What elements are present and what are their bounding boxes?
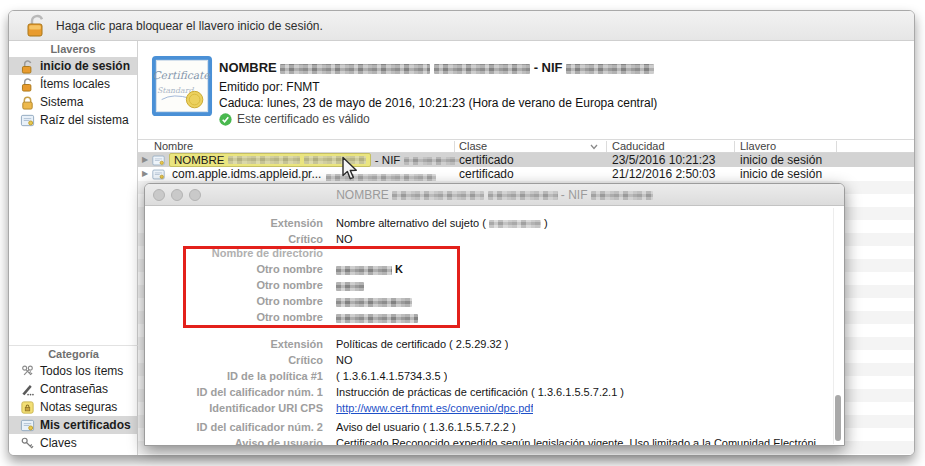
table-row[interactable]: ▶ NOMBRE - NIF certificado 23/5/2016 10:…	[138, 153, 915, 167]
column-header-caducidad[interactable]: Caducidad	[612, 140, 665, 153]
sidebar-item-label: inicio de sesión	[40, 59, 130, 73]
unlocked-padlock-icon	[20, 77, 35, 92]
sidebar-item-inicio-de-sesion[interactable]: inicio de sesión	[9, 57, 137, 75]
detail-row-qualifier-2: ID del calificador núm. 2 Aviso del usua…	[153, 419, 823, 435]
sidebar-item-mis-certificados[interactable]: Mis certificados	[9, 416, 138, 434]
certificate-icon	[20, 113, 35, 128]
red-annotation-box	[183, 246, 460, 328]
certificate-icon	[152, 169, 165, 180]
sidebar-item-label: Raíz del sistema	[40, 113, 129, 127]
redacted-name	[392, 191, 484, 200]
secure-note-icon	[20, 400, 35, 415]
sidebar-item-sistema[interactable]: Sistema	[9, 93, 137, 111]
row-name-prefix: com.apple.idms.appleid.pr...	[172, 167, 321, 181]
detail-row-aviso: Aviso de usuario Certificado Reconocido …	[153, 435, 823, 446]
sidebar-item-label: Contraseñas	[40, 382, 108, 396]
row-caducidad: 23/5/2016 10:21:23	[612, 153, 715, 167]
detail-row-critico: Crítico NO	[153, 352, 823, 368]
column-header-clase[interactable]: Clase	[459, 140, 487, 153]
category-header: Categoría	[9, 346, 138, 362]
scrollbar-thumb[interactable]	[835, 395, 841, 441]
mouse-cursor-icon	[338, 156, 360, 182]
validity-text: Este certificado es válido	[237, 112, 370, 126]
sidebar-item-label: Ítems locales	[40, 77, 110, 91]
sidebar-item-claves[interactable]: Claves	[9, 434, 138, 452]
sidebar-item-label: Notas seguras	[40, 400, 117, 414]
lock-banner-text: Haga clic para bloquear el llavero inici…	[56, 19, 323, 33]
validity-line: Este certificado es válido	[219, 112, 370, 126]
unlocked-padlock-icon	[20, 59, 35, 74]
issued-by-line: Emitido por: FNMT	[219, 80, 320, 94]
detail-row-qualifier-1: ID del calificador núm. 1 Instrucción de…	[153, 384, 823, 400]
certificate-icon	[152, 155, 165, 166]
sidebar-item-todos-los-items[interactable]: Todos los ítems	[9, 362, 138, 380]
redacted-text	[489, 220, 541, 228]
key-icon	[20, 436, 35, 451]
sidebar-item-label: Mis certificados	[40, 418, 131, 432]
detail-row-extension: Extensión Políticas de certificado ( 2.5…	[153, 336, 823, 352]
row-clase: certificado	[459, 167, 514, 181]
redacted-name	[488, 191, 558, 200]
column-header-llavero[interactable]: Llavero	[740, 140, 776, 153]
row-name-prefix: NOMBRE	[174, 153, 224, 167]
row-caducidad: 21/12/2016 2:50:03	[612, 167, 715, 181]
sidebar-item-label: Claves	[40, 436, 77, 450]
row-clase: certificado	[459, 153, 514, 167]
keychains-header: Llaveros	[9, 41, 137, 57]
certificate-icon	[20, 454, 35, 457]
disclosure-triangle-icon[interactable]: ▶	[142, 167, 148, 181]
sidebar-item-raiz-del-sistema[interactable]: Raíz del sistema	[9, 111, 137, 129]
row-llavero: inicio de sesión	[740, 167, 822, 181]
keys-icon	[20, 364, 35, 379]
category-pane: Categoría Todos los ítems	[9, 345, 138, 456]
certificate-title: NOMBRE - NIF	[219, 60, 654, 75]
detail-row-policy-id: ID de la política #1 ( 1.3.6.1.4.1.5734.…	[153, 368, 823, 384]
redacted-name	[228, 156, 300, 164]
certificate-details-dialog: NOMBRE - NIF Extensión Nombre alternativ…	[144, 183, 845, 446]
certificate-badge-icon: Certificate Standard	[151, 55, 213, 117]
dialog-title: NOMBRE - NIF	[145, 188, 844, 202]
redacted-name	[434, 64, 530, 74]
sidebar-item-contrasenas[interactable]: Contraseñas	[9, 380, 138, 398]
row-llavero: inicio de sesión	[740, 153, 822, 167]
cps-link[interactable]: http://www.cert.fnmt.es/convenio/dpc.pdf	[336, 402, 533, 414]
redacted-nif	[404, 157, 459, 165]
open-padlock-icon	[24, 14, 50, 39]
disclosure-triangle-icon[interactable]: ▶	[142, 153, 148, 167]
sidebar-item-label: Certificados	[40, 454, 103, 456]
row-name-separator: - NIF	[375, 154, 401, 166]
detail-row-cps-uri: Identificador URI CPS http://www.cert.fn…	[153, 400, 823, 416]
valid-check-icon	[219, 113, 232, 126]
dialog-scrollbar[interactable]	[833, 208, 841, 444]
sidebar-item-label: Todos los ítems	[40, 364, 123, 378]
expires-line: Caduca: lunes, 23 de mayo de 2016, 10:21…	[219, 96, 657, 110]
table-header: Nombre Clase Caducidad Llavero	[138, 139, 915, 153]
keychain-access-screen: Haga clic para bloquear el llavero inici…	[0, 0, 925, 466]
redacted-nif	[566, 64, 654, 74]
dialog-titlebar[interactable]: NOMBRE - NIF	[145, 184, 844, 206]
pen-icon	[20, 382, 35, 397]
redacted-nif	[591, 191, 653, 200]
lock-banner[interactable]: Haga clic para bloquear el llavero inici…	[9, 11, 914, 41]
svg-text:Certificate: Certificate	[152, 69, 210, 82]
detail-row-extension: Extensión Nombre alternativo del sujeto …	[153, 215, 823, 231]
redacted-name	[280, 64, 430, 74]
locked-padlock-icon	[20, 95, 35, 110]
sort-chevron-icon	[590, 144, 598, 150]
column-header-nombre[interactable]: Nombre	[154, 140, 193, 153]
certificate-icon	[20, 418, 35, 433]
sidebar-item-label: Sistema	[40, 95, 83, 109]
table-row[interactable]: ▶ com.apple.idms.appleid.pr... certifica…	[138, 167, 915, 181]
sidebar-item-notas-seguras[interactable]: Notas seguras	[9, 398, 138, 416]
sidebar-item-certificados[interactable]: Certificados	[9, 452, 138, 456]
sidebar-item-items-locales[interactable]: Ítems locales	[9, 75, 137, 93]
sidebar: Llaveros inicio de sesión Ítems locales	[9, 41, 138, 456]
